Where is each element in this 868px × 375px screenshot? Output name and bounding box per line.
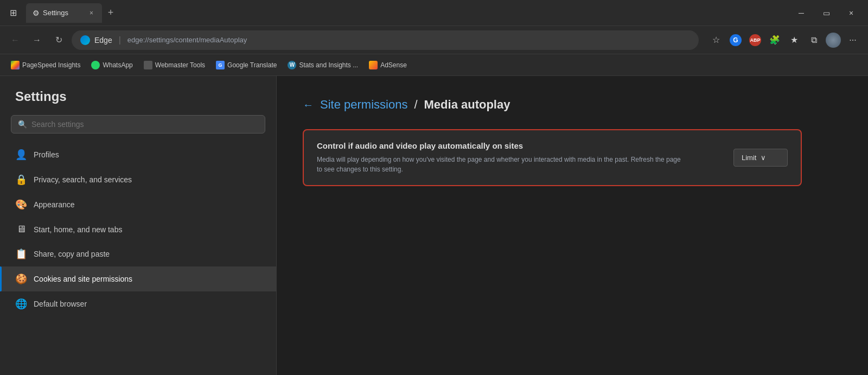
search-box[interactable]: 🔍 [11, 115, 265, 134]
translate-icon: G [216, 61, 225, 69]
sidebar-title: Settings [0, 89, 276, 115]
titlebar: ⊞ ⚙ Settings × + ─ ▭ × [0, 0, 868, 26]
new-tab-button[interactable]: + [102, 4, 119, 22]
privacy-label: Privacy, search, and services [34, 175, 132, 184]
toolbar-icons: ☆ G ABP 🧩 ★ ⧉ ··· [707, 31, 861, 49]
default-browser-icon: 🌐 [15, 298, 27, 310]
dropdown-arrow-icon: ∨ [761, 154, 766, 162]
breadcrumb-separator: / [414, 98, 417, 112]
appearance-icon: 🎨 [15, 199, 27, 211]
close-button[interactable]: × [839, 4, 864, 22]
sidebar-item-appearance[interactable]: 🎨 Appearance [0, 192, 276, 217]
more-options-button[interactable]: ··· [844, 31, 861, 49]
url-scheme: edge:// [127, 36, 149, 44]
dropdown-label: Limit [742, 154, 756, 162]
pagespeed-label: PageSpeed Insights [22, 61, 80, 69]
settings-tab[interactable]: ⚙ Settings × [26, 3, 102, 23]
bookmark-stats[interactable]: W Stats and Insights ... [283, 59, 362, 72]
adsense-label: AdSense [380, 61, 407, 69]
card-title: Control if audio and video play automati… [317, 141, 720, 150]
sidebar-item-privacy[interactable]: 🔒 Privacy, search, and services [0, 167, 276, 192]
settings-tab-label: Settings [43, 9, 68, 17]
abp-icon-button[interactable]: ABP [746, 31, 764, 49]
url-divider: | [119, 35, 121, 45]
abp-icon: ABP [749, 34, 761, 46]
g-icon: G [730, 34, 742, 46]
cookies-icon: 🍪 [15, 273, 27, 285]
default-browser-label: Default browser [34, 300, 87, 308]
sidebar-item-share-copy[interactable]: 📋 Share, copy and paste [0, 241, 276, 266]
window-controls: ─ ▭ × [789, 4, 864, 22]
url-text: edge://settings/content/mediaAutoplay [127, 36, 690, 44]
bookmark-adsense[interactable]: AdSense [365, 59, 411, 72]
bookmark-icon[interactable]: ★ [786, 31, 803, 49]
url-bar[interactable]: Edge | edge://settings/content/mediaAuto… [72, 30, 699, 50]
back-button[interactable]: ← [7, 31, 24, 49]
stats-icon: W [288, 61, 296, 69]
page-header: ← Site permissions / Media autoplay [303, 98, 842, 112]
main-area: Settings 🔍 👤 Profiles 🔒 Privacy, search,… [0, 76, 868, 375]
appearance-label: Appearance [34, 200, 75, 209]
profile-avatar[interactable] [825, 31, 842, 49]
adsense-icon [369, 61, 378, 69]
minimize-button[interactable]: ─ [789, 4, 814, 22]
cookies-label: Cookies and site permissions [34, 275, 132, 283]
profiles-icon: 👤 [15, 149, 27, 161]
webmaster-label: Webmaster Tools [155, 61, 205, 69]
share-copy-label: Share, copy and paste [34, 250, 110, 258]
search-icon: 🔍 [18, 120, 27, 129]
bookmark-whatsapp[interactable]: WhatsApp [87, 59, 137, 72]
autoplay-dropdown-button[interactable]: Limit ∨ [733, 149, 788, 167]
favorites-icon[interactable]: ☆ [707, 31, 725, 49]
profiles-label: Profiles [34, 150, 59, 159]
share-copy-icon: 📋 [15, 248, 27, 260]
tab-bar: ⚙ Settings × + [26, 3, 784, 23]
bookmark-translate[interactable]: G Google Translate [212, 59, 281, 72]
tab-close-button[interactable]: × [87, 8, 95, 18]
pagespeed-icon [11, 61, 20, 69]
content-area: ← Site permissions / Media autoplay Cont… [277, 76, 868, 375]
whatsapp-label: WhatsApp [103, 61, 132, 69]
back-arrow-button[interactable]: ← [303, 99, 314, 111]
breadcrumb-link[interactable]: Site permissions [320, 98, 407, 112]
avatar-image [826, 33, 841, 48]
forward-button[interactable]: → [28, 31, 46, 49]
search-input[interactable] [31, 120, 258, 129]
settings-tab-icon: ⚙ [33, 9, 40, 17]
extensions-icon[interactable]: 🧩 [766, 31, 783, 49]
card-text: Control if audio and video play automati… [317, 141, 720, 174]
sidebar-item-profiles[interactable]: 👤 Profiles [0, 142, 276, 167]
whatsapp-icon [91, 61, 100, 69]
stats-label: Stats and Insights ... [299, 61, 358, 69]
bookmarks-bar: PageSpeed Insights WhatsApp Webmaster To… [0, 54, 868, 76]
addressbar: ← → ↻ Edge | edge://settings/content/med… [0, 26, 868, 54]
sidebar-item-start-home[interactable]: 🖥 Start, home, and new tabs [0, 217, 276, 241]
reload-button[interactable]: ↻ [50, 31, 67, 49]
g-icon-button[interactable]: G [727, 31, 744, 49]
sidebar-toggle-button[interactable]: ⊞ [4, 4, 22, 22]
maximize-button[interactable]: ▭ [814, 4, 839, 22]
sidebar-item-cookies[interactable]: 🍪 Cookies and site permissions [0, 266, 276, 291]
sidebar-item-default-browser[interactable]: 🌐 Default browser [0, 291, 276, 316]
translate-label: Google Translate [227, 61, 277, 69]
sidebar: Settings 🔍 👤 Profiles 🔒 Privacy, search,… [0, 76, 277, 375]
bookmark-webmaster[interactable]: Webmaster Tools [139, 59, 209, 72]
url-path: settings/content/mediaAutoplay [149, 36, 247, 44]
bookmark-pagespeed[interactable]: PageSpeed Insights [7, 59, 85, 72]
page-title: Media autoplay [424, 98, 510, 112]
start-home-icon: 🖥 [15, 224, 27, 235]
edge-logo-icon [80, 35, 90, 45]
start-home-label: Start, home, and new tabs [34, 225, 122, 234]
privacy-icon: 🔒 [15, 174, 27, 186]
browser-brand-label: Edge [94, 36, 112, 45]
card-description: Media will play depending on how you've … [317, 155, 686, 174]
autoplay-settings-card: Control if audio and video play automati… [303, 129, 802, 186]
webmaster-icon [144, 61, 152, 69]
split-screen-icon[interactable]: ⧉ [805, 31, 822, 49]
